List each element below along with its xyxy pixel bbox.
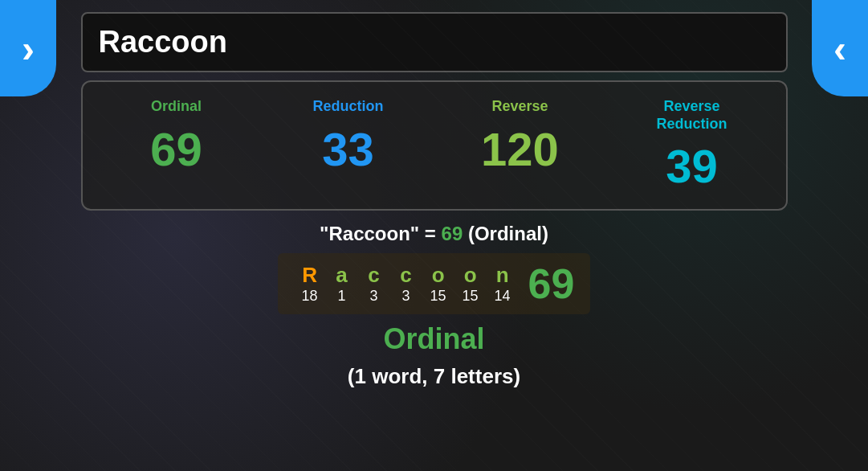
- stat-col-ordinal: Ordinal 69: [91, 98, 263, 193]
- stat-label-reverse-reduction: Reverse Reduction: [657, 98, 727, 133]
- letter-num-o2: 15: [463, 288, 479, 305]
- letter-num-a: 1: [338, 288, 346, 305]
- stats-box: Ordinal 69 Reduction 33 Reverse 120 Reve…: [81, 80, 788, 211]
- letter-char-c1: c: [368, 263, 379, 288]
- stat-value-reverse-reduction: 39: [666, 139, 718, 193]
- letter-char-n: n: [496, 263, 509, 288]
- letter-block-n: n 14: [487, 263, 519, 305]
- equation-text-after: (Ordinal): [463, 223, 548, 244]
- letter-breakdown: R 18 a 1 c 3 c 3 o 15 o 15 n 14 69: [278, 253, 591, 314]
- main-content: Raccoon Ordinal 69 Reduction 33 Reverse …: [0, 0, 868, 389]
- word-info: (1 word, 7 letters): [348, 364, 520, 389]
- letter-sum-value: 69: [528, 260, 575, 308]
- stat-label-ordinal: Ordinal: [151, 98, 202, 116]
- letter-num-o1: 15: [430, 288, 446, 305]
- equation-text-before: "Raccoon" =: [320, 223, 441, 244]
- stat-value-ordinal: 69: [150, 122, 202, 176]
- equation-line: "Raccoon" = 69 (Ordinal): [320, 223, 548, 245]
- letter-block-c1: c 3: [358, 263, 390, 305]
- stat-value-reverse: 120: [481, 122, 559, 176]
- letter-num-c2: 3: [402, 288, 410, 305]
- letter-num-n: 14: [495, 288, 511, 305]
- nav-left-button[interactable]: [0, 0, 56, 96]
- stat-col-reduction: Reduction 33: [263, 98, 434, 193]
- letter-block-a: a 1: [326, 263, 358, 305]
- stat-col-reverse-reduction: Reverse Reduction 39: [606, 98, 778, 193]
- stat-label-reduction: Reduction: [313, 98, 384, 116]
- stat-col-reverse: Reverse 120: [434, 98, 606, 193]
- letter-block-o2: o 15: [454, 263, 487, 305]
- nav-right-button[interactable]: [812, 0, 868, 96]
- stat-label-reverse: Reverse: [491, 98, 548, 116]
- letter-char-o2: o: [464, 263, 477, 288]
- equation-value: 69: [442, 223, 463, 244]
- letter-char-o1: o: [432, 263, 445, 288]
- letter-char-a: a: [336, 263, 347, 288]
- letter-block-c2: c 3: [390, 263, 422, 305]
- word-title: Raccoon: [99, 25, 227, 59]
- stat-value-reduction: 33: [322, 122, 374, 176]
- letter-num-R: 18: [302, 288, 318, 305]
- letter-block-o1: o 15: [422, 263, 454, 305]
- letter-char-R: R: [302, 263, 317, 288]
- letter-char-c2: c: [400, 263, 411, 288]
- cipher-label: Ordinal: [383, 322, 484, 356]
- letter-block-R: R 18: [294, 263, 326, 305]
- word-title-box: Raccoon: [81, 12, 788, 72]
- letter-num-c1: 3: [370, 288, 378, 305]
